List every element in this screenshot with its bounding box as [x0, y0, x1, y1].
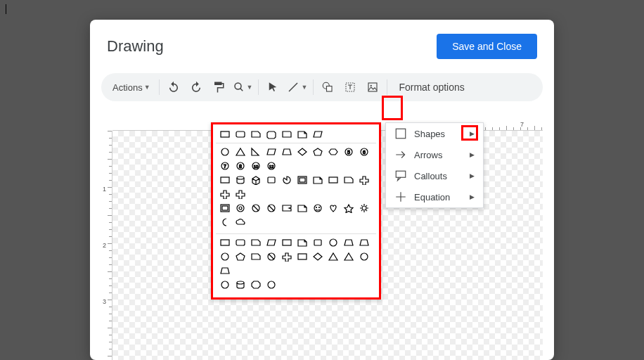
svg-rect-25 [268, 177, 275, 183]
shape-circ[interactable] [219, 251, 231, 262]
svg-rect-28 [329, 177, 337, 183]
shape-cyl[interactable] [234, 174, 247, 186]
shape-cube[interactable] [250, 174, 262, 186]
menu-item-equation[interactable]: Equation ▶ [386, 186, 483, 207]
zoom-button[interactable]: ▼ [230, 76, 256, 98]
shape-fold[interactable] [311, 174, 324, 186]
svg-rect-27 [300, 178, 305, 182]
shape-circ[interactable] [358, 251, 371, 262]
shape-n8[interactable]: 8 [234, 160, 247, 172]
svg-text:8: 8 [239, 164, 242, 169]
shape-hex[interactable] [327, 146, 340, 158]
shape-cloud[interactable] [234, 217, 247, 228]
format-options-button[interactable]: Format options [390, 76, 472, 98]
shape-circ[interactable] [327, 237, 340, 248]
shape-moon[interactable] [219, 217, 231, 228]
shape-rect[interactable] [219, 237, 231, 248]
shape-can[interactable] [265, 174, 278, 186]
shape-para[interactable] [311, 129, 324, 140]
select-tool-button[interactable] [262, 76, 284, 98]
menu-item-callouts[interactable]: Callouts ▶ [386, 165, 483, 186]
shape-pent[interactable] [311, 146, 324, 158]
shape-fold[interactable] [296, 129, 309, 140]
shape-n5[interactable]: 5 [342, 146, 355, 158]
shape-can[interactable] [311, 237, 324, 248]
textbox-tool-button[interactable] [339, 76, 361, 98]
svg-point-44 [221, 253, 228, 260]
shape-trap[interactable] [342, 237, 355, 248]
shape-no[interactable] [265, 251, 278, 262]
svg-point-43 [330, 239, 337, 246]
shape-snip[interactable] [250, 237, 262, 248]
shape-n12[interactable]: 12 [265, 160, 278, 172]
shape-rect[interactable] [219, 129, 231, 140]
menu-item-arrows[interactable]: Arrows ▶ [386, 144, 483, 165]
shape-rect[interactable] [219, 174, 231, 186]
shape-smile[interactable] [311, 202, 324, 214]
svg-rect-4 [368, 83, 377, 91]
shape-no[interactable] [265, 202, 278, 214]
shape-n6[interactable]: 6 [358, 146, 371, 158]
shape-rect[interactable] [296, 251, 309, 262]
shape-star[interactable] [342, 202, 355, 214]
shape-donut[interactable] [234, 202, 247, 214]
shape-trap[interactable] [358, 237, 371, 248]
shape-plus[interactable] [358, 174, 371, 186]
shape-cyl[interactable] [234, 279, 247, 290]
shape-pent[interactable] [234, 251, 247, 262]
shape-circ[interactable] [219, 279, 231, 290]
shape-oct[interactable] [250, 279, 262, 290]
redo-button[interactable] [185, 76, 207, 98]
image-tool-button[interactable] [361, 76, 384, 98]
save-and-close-button[interactable]: Save and Close [437, 34, 537, 59]
shape-round1[interactable] [281, 129, 293, 140]
svg-rect-6 [396, 129, 406, 139]
shape-frame[interactable] [296, 174, 309, 186]
shape-rrect[interactable] [234, 129, 247, 140]
highlight-shape-button [382, 96, 403, 120]
shape-trap[interactable] [219, 265, 231, 276]
shape-n10[interactable]: 10 [250, 160, 262, 172]
shape-plus[interactable] [234, 188, 247, 200]
shape-sun[interactable] [358, 202, 371, 214]
shape-tri[interactable] [342, 251, 355, 262]
actions-menu-button[interactable]: Actions▼ [107, 76, 156, 98]
paint-format-button[interactable] [207, 76, 230, 98]
shape-n7[interactable]: 7 [219, 160, 231, 172]
line-tool-button[interactable]: ▼ [284, 76, 310, 98]
shape-snip[interactable] [250, 129, 262, 140]
shape-snip[interactable] [342, 174, 355, 186]
shape-rect[interactable] [281, 237, 293, 248]
shape-circ[interactable] [265, 279, 278, 290]
shape-snip[interactable] [250, 251, 262, 262]
submenu-arrow-icon: ▶ [470, 193, 475, 200]
shape-no[interactable] [250, 202, 262, 214]
shape-para[interactable] [265, 146, 278, 158]
shape-para[interactable] [265, 237, 278, 248]
svg-rect-46 [298, 254, 307, 259]
shape-fold[interactable] [296, 237, 309, 248]
shape-rrect[interactable] [234, 237, 247, 248]
shape-rtri[interactable] [250, 146, 262, 158]
submenu-arrow-icon: ▶ [470, 151, 475, 158]
shape-diamond[interactable] [311, 251, 324, 262]
shape-heart[interactable] [327, 202, 340, 214]
shape-tool-button[interactable] [316, 76, 339, 98]
shape-circ[interactable] [219, 146, 231, 158]
shape-fold[interactable] [296, 202, 309, 214]
shape-tri[interactable] [234, 146, 247, 158]
shape-snip2[interactable] [265, 129, 278, 140]
shape-rect[interactable] [327, 174, 340, 186]
shape-tri[interactable] [327, 251, 340, 262]
shape-plus[interactable] [281, 251, 293, 262]
svg-rect-9 [236, 131, 245, 137]
svg-rect-23 [221, 177, 229, 183]
shape-frame[interactable] [219, 202, 231, 214]
shape-trap[interactable] [281, 146, 293, 158]
shape-diamond[interactable] [296, 146, 309, 158]
shape-block[interactable] [281, 202, 293, 214]
shape-plus[interactable] [219, 188, 231, 200]
undo-button[interactable] [162, 76, 185, 98]
shape-pie[interactable] [281, 174, 293, 186]
svg-point-31 [237, 205, 244, 212]
